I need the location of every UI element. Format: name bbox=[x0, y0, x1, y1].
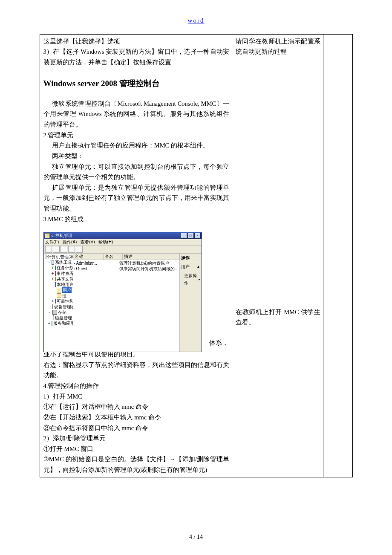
tree-users-selected[interactable]: 用户 bbox=[62, 287, 72, 293]
shared-folders-icon bbox=[55, 277, 56, 281]
actions-more[interactable]: 更多操作▸ bbox=[180, 271, 202, 287]
mmc-list-pane[interactable]: 名称 全名 描述 Administr... 管理计算机(域 bbox=[73, 254, 179, 352]
left-line-2: 3）在【选择 Windows 安装更新的方法】窗口中，选择一种自动安装更新的方法… bbox=[43, 46, 230, 67]
toolbar-back-icon[interactable] bbox=[45, 246, 52, 253]
toolbar-refresh-icon[interactable] bbox=[68, 246, 75, 253]
folder-icon bbox=[57, 288, 61, 292]
mmc-titlebar: 计算机管理 _ □ × bbox=[44, 232, 202, 239]
para-ar-1: ①打开 MMC 窗口 bbox=[43, 444, 230, 454]
para-open-3: ③在命令提示符窗口中输入 mmc 命令 bbox=[43, 423, 230, 434]
close-button[interactable]: × bbox=[194, 233, 201, 239]
third-cell bbox=[323, 34, 352, 477]
para-unit-title: 2.管理单元 bbox=[43, 130, 230, 141]
para-mmc-intro: 微软系统管理控制台〔Microsoft Management Console, … bbox=[43, 98, 230, 130]
list-row[interactable]: Guest 供来宾访问计算机或访问域的... bbox=[74, 266, 178, 272]
event-viewer-icon bbox=[55, 271, 56, 276]
left-line-1: 这里选择【让我选择】选项 bbox=[43, 36, 230, 47]
para-ops-title: 4.管理控制台的操作 bbox=[43, 381, 230, 391]
mmc-toolbar bbox=[44, 246, 202, 254]
para-composition: 3.MMC 的组成 bbox=[43, 214, 230, 225]
word-link[interactable]: word bbox=[188, 17, 205, 24]
computer-icon bbox=[46, 254, 46, 259]
toolbar-up-icon[interactable] bbox=[61, 246, 67, 253]
list-row[interactable]: Administr... 管理计算机(域)的内置帐户 bbox=[74, 260, 178, 266]
actions-header: 操作 bbox=[180, 254, 202, 262]
actions-users[interactable]: 用户▲ bbox=[180, 262, 202, 271]
section-heading: Windows server 2008 管理控制台 bbox=[43, 77, 230, 90]
user-icon bbox=[74, 263, 75, 264]
content-table: 这里选择【让我选择】选项 3）在【选择 Windows 安装更新的方法】窗口中，… bbox=[40, 34, 353, 477]
user-icon bbox=[74, 269, 75, 269]
col-desc[interactable]: 描述 bbox=[123, 254, 179, 260]
toolbar-forward-icon[interactable] bbox=[53, 246, 60, 253]
disk-mgmt-icon bbox=[53, 315, 55, 320]
para-two-types: 两种类型： bbox=[43, 151, 230, 162]
page-footer: 4 / 14 bbox=[0, 524, 392, 547]
reliability-icon bbox=[55, 299, 56, 304]
menu-action[interactable]: 操作(A) bbox=[63, 240, 77, 244]
para-open-1: ①在【运行】对话框中输入 mmc 命令 bbox=[43, 402, 230, 412]
overlapped-text-1: 体系， bbox=[43, 338, 230, 348]
right-cell: 请同学在教师机上演示配置系统自动更新的过程 在教师机上打开 MMC 供学生查看。 bbox=[232, 34, 323, 477]
para-open-mmc: 1）打开 MMC bbox=[43, 391, 230, 402]
users-groups-icon bbox=[55, 282, 56, 287]
right-note-2: 在教师机上打开 MMC 供学生查看。 bbox=[236, 307, 320, 328]
menu-file[interactable]: 文件(F) bbox=[45, 240, 59, 244]
services-icon bbox=[52, 321, 52, 326]
menu-view[interactable]: 查看(V) bbox=[81, 240, 95, 244]
mmc-menubar: 文件(F) 操作(A) 查看(V) 帮助(H) bbox=[44, 239, 202, 246]
storage-icon bbox=[52, 310, 57, 315]
para-right-pane: 右边：窗格显示了节点的详细资料容，列出这些项目的信息和有关功能。 bbox=[43, 360, 230, 381]
left-cell: 这里选择【让我选择】选项 3）在【选择 Windows 安装更新的方法】窗口中，… bbox=[40, 34, 232, 477]
page-header: word bbox=[0, 0, 392, 32]
minimize-button[interactable]: _ bbox=[181, 233, 187, 239]
right-note-1: 请同学在教师机上演示配置系统自动更新的过程 bbox=[236, 36, 320, 57]
maximize-button[interactable]: □ bbox=[187, 233, 194, 239]
mmc-actions-pane: 操作 用户▲ 更多操作▸ bbox=[180, 254, 202, 352]
menu-help[interactable]: 帮助(H) bbox=[98, 240, 113, 244]
para-ar-2: ②MMC 的初始窗口是空白的。选择【文件】→【添加/删除管理单元】，向控制台添加… bbox=[43, 454, 230, 475]
page-number: 4 / 14 bbox=[189, 534, 203, 540]
scheduler-icon bbox=[55, 266, 56, 270]
col-fullname[interactable]: 全名 bbox=[104, 254, 123, 260]
para-extension: 扩展管理单元：是为独立管理单元提供额外管理功能的管理单元，一般添加到已经有了独立… bbox=[43, 182, 230, 214]
folder-icon bbox=[57, 293, 61, 298]
para-open-2: ②在【开始搜索】文本框中输入 mmc 命令 bbox=[43, 412, 230, 423]
para-standalone: 独立管理单元：可以直接添加到控制台的根节点下，每个独立的管理单元提供一个相关的功… bbox=[43, 162, 230, 182]
mmc-tree-pane[interactable]: 计算机管理(本地) -系统工具 +任务计划程序 +事件查看器 +共享文件夹 -本… bbox=[44, 254, 74, 352]
device-manager-icon bbox=[52, 304, 53, 309]
tools-icon bbox=[52, 260, 55, 265]
para-addremove: 2）添加/删除管理单元 bbox=[43, 433, 230, 444]
mmc-title-text: 计算机管理 bbox=[51, 232, 72, 239]
para-unit-desc: 用户直接执行管理任务的应用程序；MMC 的根本组件。 bbox=[43, 140, 230, 151]
toolbar-help-icon[interactable] bbox=[76, 246, 83, 253]
mmc-app-icon bbox=[45, 233, 50, 238]
mmc-screenshot: 计算机管理 _ □ × 文件(F) 操作(A) 查看 bbox=[43, 232, 230, 348]
col-name[interactable]: 名称 bbox=[73, 254, 104, 260]
